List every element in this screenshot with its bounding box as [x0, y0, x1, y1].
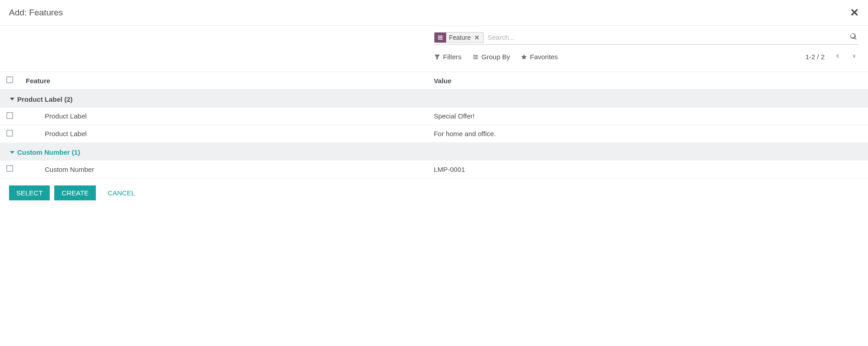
star-icon: [521, 54, 527, 60]
filters-label: Filters: [443, 53, 462, 61]
close-icon: ✕: [850, 6, 859, 19]
toolbar-right: 1-2 / 2: [805, 51, 859, 62]
row-checkbox[interactable]: [6, 165, 13, 172]
chevron-left-icon: [835, 53, 840, 59]
cell-feature: Product Label: [19, 108, 427, 125]
filters-button[interactable]: Filters: [434, 53, 462, 61]
modal-title: Add: Features: [9, 8, 63, 18]
search-input[interactable]: [484, 32, 848, 43]
pager-text: 1-2 / 2: [805, 53, 825, 61]
modal-footer: SELECT CREATE CANCEL: [0, 178, 868, 208]
close-icon: ✕: [474, 34, 480, 41]
column-header-feature[interactable]: Feature: [19, 72, 427, 90]
favorites-button[interactable]: Favorites: [521, 53, 558, 61]
modal-header: Add: Features ✕: [0, 0, 868, 26]
search-button[interactable]: [848, 31, 859, 43]
search-container: Feature ✕: [434, 31, 859, 45]
groupby-button[interactable]: Group By: [472, 53, 510, 61]
toolbar-left: Filters Group By Favorites 1-2 / 2: [434, 51, 859, 62]
caret-down-icon: [10, 151, 14, 154]
cell-value: Special Offer!: [427, 108, 868, 125]
add-features-modal: Add: Features ✕ Feature ✕: [0, 0, 868, 208]
favorites-label: Favorites: [530, 53, 558, 61]
group-toggle[interactable]: Product Label (2): [10, 95, 73, 103]
cell-feature: Custom Number: [19, 161, 427, 178]
search-icon: [850, 33, 857, 40]
create-button[interactable]: CREATE: [54, 185, 96, 200]
table-body: Product Label (2)Product LabelSpecial Of…: [0, 90, 868, 178]
groupby-chip-remove[interactable]: ✕: [473, 33, 483, 42]
filter-icon: [434, 54, 440, 60]
row-checkbox[interactable]: [6, 112, 13, 119]
column-header-value[interactable]: Value: [427, 72, 868, 90]
groupby-chip-label: Feature: [446, 33, 473, 42]
cell-value: LMP-0001: [427, 161, 868, 178]
close-button[interactable]: ✕: [850, 7, 859, 18]
features-table: Feature Value Product Label (2)Product L…: [0, 71, 868, 178]
group-row[interactable]: Product Label (2): [0, 90, 868, 108]
cell-value: For home and office.: [427, 125, 868, 142]
chevron-right-icon: [852, 53, 857, 59]
groupby-label: Group By: [481, 53, 510, 61]
toolbar-row: Filters Group By Favorites 1-2 / 2: [9, 45, 859, 68]
control-panel: Feature ✕ Filters Group B: [0, 26, 868, 68]
group-row[interactable]: Custom Number (1): [0, 142, 868, 161]
groupby-chip: Feature ✕: [434, 32, 484, 43]
table-row[interactable]: Product LabelSpecial Offer!: [0, 108, 868, 125]
pager-next-button[interactable]: [850, 51, 859, 62]
pager-prev-button[interactable]: [833, 51, 842, 62]
caret-down-icon: [10, 98, 14, 100]
cell-feature: Product Label: [19, 125, 427, 142]
group-label: Custom Number (1): [17, 148, 80, 156]
select-all-checkbox[interactable]: [6, 76, 13, 83]
list-icon: [472, 54, 479, 60]
row-checkbox[interactable]: [6, 130, 13, 137]
cancel-button[interactable]: CANCEL: [100, 185, 142, 200]
header-checkbox-cell: [0, 72, 19, 90]
table-row[interactable]: Custom NumberLMP-0001: [0, 161, 868, 178]
select-button[interactable]: SELECT: [9, 185, 50, 200]
table-header-row: Feature Value: [0, 72, 868, 90]
table-row[interactable]: Product LabelFor home and office.: [0, 125, 868, 142]
group-toggle[interactable]: Custom Number (1): [10, 148, 80, 156]
group-label: Product Label (2): [17, 95, 73, 103]
search-row: Feature ✕: [9, 31, 859, 45]
list-icon: [434, 33, 446, 43]
